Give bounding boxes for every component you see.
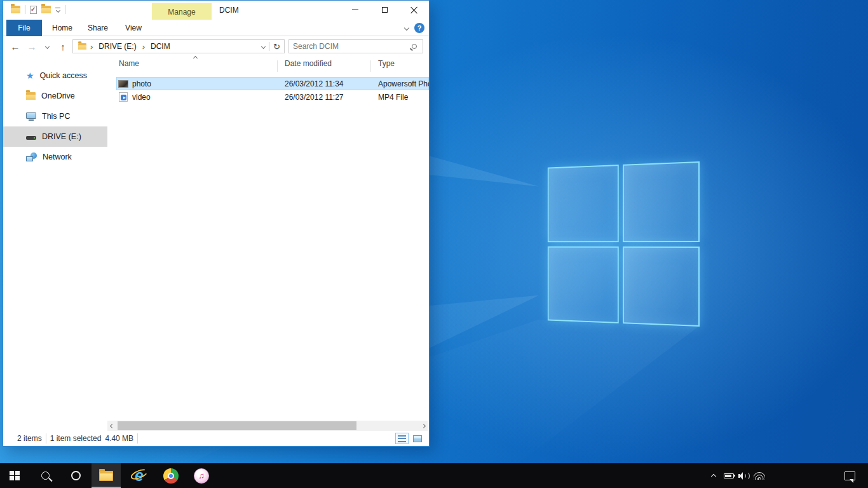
expand-ribbon-chevron-icon[interactable]	[404, 25, 409, 30]
cortana-button[interactable]	[61, 463, 90, 488]
divider	[269, 42, 269, 51]
maximize-button[interactable]	[370, 1, 399, 19]
tab-home[interactable]: Home	[45, 20, 79, 36]
address-bar[interactable]: › DRIVE (E:) › DCIM ↻	[72, 39, 285, 53]
file-name: video	[130, 93, 283, 102]
scroll-right-arrow-icon[interactable]	[421, 423, 425, 428]
taskbar-chrome-button[interactable]	[156, 463, 186, 488]
column-divider[interactable]	[277, 60, 278, 72]
search-box[interactable]	[288, 39, 423, 53]
taskbar-itunes-button[interactable]: ♫	[187, 463, 216, 488]
windows-logo	[548, 161, 700, 327]
this-pc-monitor-icon	[26, 112, 36, 121]
taskbar-file-explorer-button[interactable]	[92, 463, 121, 488]
taskbar: e ♫	[0, 463, 868, 488]
volume-indicator[interactable]	[736, 463, 752, 488]
sidebar-item-drive-e[interactable]: DRIVE (E:)	[3, 126, 107, 147]
sidebar-item-network[interactable]: Network	[3, 147, 107, 167]
battery-indicator[interactable]	[721, 463, 736, 488]
file-explorer-window: ✓ Manage DCIM File Home Share View P	[3, 0, 430, 447]
customize-qat-arrow[interactable]	[55, 8, 60, 12]
chevron-down-icon	[55, 8, 60, 12]
breadcrumb-drive[interactable]: DRIVE (E:)	[94, 40, 140, 53]
divider	[65, 5, 65, 14]
recent-locations-button[interactable]	[41, 37, 53, 56]
taskbar-internet-explorer-button[interactable]: e	[125, 463, 154, 488]
horizontal-scrollbar[interactable]	[107, 421, 428, 431]
selection-size: 4.40 MB	[105, 434, 137, 443]
tab-file[interactable]: File	[6, 20, 42, 36]
status-bar: 2 items 1 item selected 4.40 MB	[3, 431, 429, 446]
address-history-chevron-icon[interactable]	[261, 44, 266, 48]
address-bar-controls: ↻	[262, 42, 284, 51]
column-header-date-modified[interactable]: Date modified	[285, 59, 332, 68]
column-divider[interactable]	[370, 60, 371, 72]
show-hidden-icons-button[interactable]	[706, 463, 721, 488]
windows-logo-pane	[623, 246, 700, 327]
contextual-tab-group-manage[interactable]: Manage	[152, 3, 212, 20]
taskbar-search-button[interactable]	[31, 463, 60, 488]
internet-explorer-icon: e	[131, 468, 147, 484]
refresh-button[interactable]: ↻	[273, 42, 280, 51]
new-folder-icon[interactable]	[41, 6, 51, 13]
up-button[interactable]: ↑	[55, 37, 71, 56]
close-icon	[410, 6, 417, 13]
sidebar-item-onedrive[interactable]: OneDrive	[3, 86, 107, 106]
drive-icon	[26, 136, 36, 140]
breadcrumb-folder[interactable]: DCIM	[146, 40, 175, 53]
selection-count: 1 item selected	[46, 434, 105, 443]
forward-button[interactable]: →	[24, 37, 40, 56]
itunes-icon: ♫	[194, 468, 209, 484]
search-icon[interactable]	[412, 44, 417, 49]
windows-logo-pane	[623, 161, 700, 242]
help-button[interactable]: ?	[414, 23, 424, 33]
minimize-button[interactable]	[341, 1, 370, 19]
photo-thumbnail-icon	[118, 80, 128, 88]
divider	[137, 433, 138, 444]
file-date-modified: 26/03/2012 11:27	[285, 93, 344, 102]
start-button[interactable]	[0, 463, 29, 488]
onedrive-folder-icon	[26, 92, 36, 100]
tab-share[interactable]: Share	[79, 20, 116, 36]
sidebar-item-this-pc[interactable]: This PC	[3, 106, 107, 126]
battery-icon	[724, 473, 734, 478]
title-bar[interactable]: ✓ Manage DCIM	[3, 1, 429, 20]
folder-icon	[78, 43, 86, 50]
window-title: DCIM	[219, 1, 239, 20]
wifi-indicator[interactable]	[752, 463, 767, 488]
cortana-circle-icon	[71, 471, 81, 480]
breadcrumb-root[interactable]	[73, 40, 89, 53]
chrome-icon	[163, 468, 179, 484]
file-list: photo 26/03/2012 11:34 Apowersoft Pho vi…	[116, 77, 429, 104]
window-controls	[341, 1, 428, 19]
details-view-button[interactable]	[395, 433, 409, 444]
large-icons-view-button[interactable]	[410, 433, 424, 444]
properties-icon[interactable]: ✓	[30, 6, 37, 14]
window-folder-icon	[11, 6, 20, 13]
item-count: 2 items	[3, 434, 46, 443]
back-button[interactable]: ←	[7, 37, 24, 56]
file-date-modified: 26/03/2012 11:34	[285, 79, 344, 88]
breadcrumb-separator: ›	[89, 42, 94, 51]
chevron-down-icon	[44, 44, 49, 48]
column-header-name[interactable]: Name	[119, 59, 139, 68]
search-input[interactable]	[289, 42, 412, 51]
action-center-button[interactable]	[840, 463, 859, 488]
sidebar-item-label: Network	[43, 152, 72, 161]
tab-view[interactable]: View	[116, 20, 151, 36]
file-explorer-icon	[99, 471, 113, 481]
large-icons-view-icon	[413, 435, 422, 442]
wifi-icon	[754, 472, 765, 480]
file-row-photo[interactable]: photo 26/03/2012 11:34 Apowersoft Pho	[116, 77, 429, 90]
search-icon	[41, 471, 50, 480]
ribbon-tab-row: File Home Share View Picture Tools ?	[3, 20, 429, 36]
system-tray	[706, 463, 767, 488]
close-button[interactable]	[399, 1, 428, 19]
column-header-type[interactable]: Type	[378, 59, 395, 68]
scroll-left-arrow-icon[interactable]	[109, 423, 114, 428]
sidebar-item-label: OneDrive	[41, 92, 75, 100]
sidebar-item-quick-access[interactable]: ★ Quick access	[3, 65, 107, 86]
file-row-video[interactable]: video 26/03/2012 11:27 MP4 File	[116, 90, 429, 104]
scrollbar-thumb[interactable]	[118, 421, 356, 430]
quick-access-star-icon: ★	[26, 71, 34, 80]
